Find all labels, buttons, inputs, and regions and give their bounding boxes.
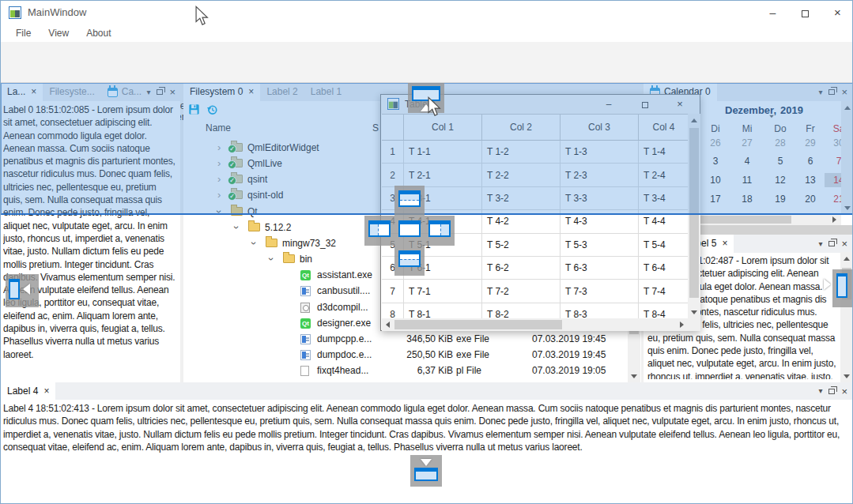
drop-indicator-edge-bottom[interactable] — [410, 455, 442, 487]
table-hscrollbar-thumb[interactable] — [394, 320, 562, 329]
maximize-icon — [802, 10, 809, 17]
tree-item-label: 5.12.2 — [265, 220, 291, 235]
tab-close-icon[interactable]: × — [722, 235, 727, 253]
table-cell[interactable]: T 7-1 — [404, 280, 482, 303]
label5-dock-buttons: ▾ × — [818, 235, 847, 253]
tree-item-label: designer.exe — [317, 315, 371, 331]
drop-indicator-center[interactable] — [394, 216, 425, 246]
scrollbar-corner — [688, 318, 700, 331]
label4-dock-buttons: ▾ × — [818, 382, 847, 400]
table-cell[interactable]: T 5-2 — [482, 234, 560, 257]
scroll-up-icon[interactable] — [844, 257, 850, 261]
drop-indicator-right[interactable] — [425, 216, 455, 246]
file-size: 250,50 KiB — [382, 347, 453, 363]
table-cell[interactable]: T 8-1 — [404, 303, 482, 318]
dock-menu-button[interactable]: ▾ — [818, 387, 822, 395]
file-type: pl File — [456, 363, 481, 378]
win-exe-icon — [300, 350, 311, 360]
dock-float-button[interactable] — [828, 241, 835, 246]
dock-menu-button[interactable]: ▾ — [818, 240, 822, 248]
tree-item-label: dumpdoc.e... — [317, 347, 372, 363]
toolbar: Save State Restore State test1 Create Pe… — [1, 42, 852, 83]
file-date: 07.03.2019 19:05 — [532, 363, 606, 378]
tree-item-label: dumpcpp.e... — [317, 331, 372, 347]
table-cell[interactable]: T 8-3 — [560, 303, 639, 318]
expander-icon[interactable]: › — [246, 242, 262, 245]
dock-close-button[interactable]: × — [841, 386, 847, 397]
scroll-right-icon[interactable] — [832, 216, 836, 223]
tree-item[interactable]: fixqt4head...6,37 KiBpl File07.03.2019 1… — [183, 363, 641, 378]
tree-item[interactable]: dumpdoc.e...250,50 KiBexe File07.03.2019… — [183, 347, 641, 363]
title-bar[interactable]: MainWindow – × — [1, 1, 852, 24]
table-cell[interactable]: T 6-4 — [639, 257, 688, 280]
dock-close-button[interactable]: × — [841, 238, 847, 250]
maximize-button[interactable] — [789, 1, 821, 24]
scroll-down-icon[interactable] — [691, 310, 697, 314]
tab-close-icon[interactable]: × — [43, 382, 49, 401]
expander-icon[interactable]: › — [263, 258, 279, 261]
drop-indicator-bottom[interactable] — [394, 246, 425, 276]
file-type: exe File — [456, 347, 489, 363]
dock-float-button[interactable] — [828, 389, 835, 394]
dll-icon — [300, 303, 310, 313]
drop-indicator-top[interactable] — [394, 186, 425, 216]
table-cell[interactable]: T 8-2 — [482, 303, 560, 318]
table-horizontal-scrollbar[interactable] — [382, 318, 688, 331]
file-date: 07.03.2019 19:45 — [532, 331, 606, 347]
tab-label4[interactable]: Label 4× — [1, 382, 55, 400]
table-cell[interactable]: T 5-3 — [560, 234, 639, 257]
arrow-right-icon — [824, 279, 831, 290]
qt-exe-icon: Qt — [300, 318, 311, 329]
drop-indicator-left[interactable] — [364, 216, 394, 246]
tree-item[interactable]: dumpcpp.e...346,50 KiBexe File07.03.2019… — [183, 331, 641, 347]
tree-item-label: mingw73_32 — [282, 235, 336, 251]
label4-tab-bar: Label 4× — [1, 382, 853, 400]
expander-icon[interactable]: › — [228, 226, 244, 229]
table-cell[interactable]: T 8-4 — [639, 303, 688, 318]
folder-icon — [248, 223, 260, 231]
file-type: exe File — [456, 331, 489, 347]
table-cell[interactable]: T 6-3 — [560, 257, 639, 280]
file-date: 07.03.2019 19:45 — [532, 347, 606, 363]
scroll-down-icon[interactable] — [844, 374, 850, 378]
scroll-down-icon[interactable] — [631, 374, 637, 378]
table-row-header[interactable]: 7 — [382, 280, 404, 303]
tree-item-label: assistant.exe — [317, 267, 372, 283]
table-cell[interactable]: T 7-2 — [482, 280, 560, 303]
tree-item-label: d3dcompil... — [317, 299, 368, 315]
win-exe-icon — [300, 334, 311, 344]
file-size: 6,37 KiB — [382, 363, 453, 378]
qt-exe-icon: Qt — [300, 270, 311, 280]
menu-file[interactable]: File — [7, 24, 40, 42]
menu-view[interactable]: View — [40, 24, 77, 42]
tree-item-label: canbusutil.... — [317, 283, 370, 299]
table-cell[interactable]: T 6-2 — [482, 257, 560, 280]
table-cell[interactable]: T 7-3 — [560, 280, 639, 303]
win-exe-icon — [300, 286, 311, 296]
app-icon — [9, 6, 21, 19]
tree-item-label: fixqt4head... — [317, 363, 368, 378]
drop-indicator-edge-left[interactable] — [6, 274, 39, 307]
folder-icon — [266, 239, 277, 247]
mouse-cursor — [195, 6, 209, 26]
table-cell[interactable]: T 7-4 — [639, 280, 688, 303]
table-row-header[interactable]: 8 — [382, 303, 404, 318]
file-size: 346,50 KiB — [382, 331, 453, 347]
scroll-right-icon[interactable] — [680, 322, 684, 328]
window-title: MainWindow — [28, 1, 86, 24]
close-button[interactable]: × — [821, 1, 853, 24]
folder-icon — [283, 254, 295, 263]
drop-indicator-edge-right[interactable] — [832, 269, 853, 307]
arrow-down-icon — [421, 459, 432, 466]
menu-bar: File View About — [1, 24, 852, 42]
menu-about[interactable]: About — [77, 24, 119, 42]
minimize-button[interactable]: – — [757, 1, 789, 24]
tree-item-label: bin — [300, 251, 312, 267]
file-icon — [300, 366, 309, 376]
arrow-left-icon — [23, 284, 30, 295]
drag-cursor — [428, 96, 442, 117]
table-cell[interactable]: T 5-4 — [639, 234, 688, 257]
scroll-left-icon[interactable] — [386, 322, 390, 328]
main-window: MainWindow – × File View About Save Stat… — [0, 0, 853, 504]
